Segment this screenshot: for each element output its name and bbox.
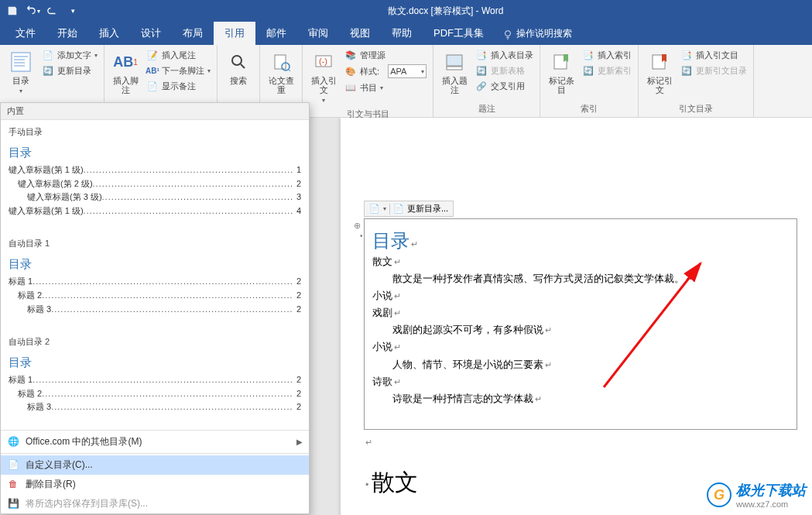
toc-preview-row: 标题 3....................................… xyxy=(9,400,301,414)
redo-icon[interactable] xyxy=(43,2,62,19)
insert-endnote-button[interactable]: 📝插入尾注 xyxy=(145,48,212,62)
mark-citation-button[interactable]: 标记引文 xyxy=(643,48,676,96)
group-citations: (-) 插入引文▾ 📚管理源 🎨样式: APA▾ 📖书目▾ 引文与书目 xyxy=(303,45,433,117)
insert-footnote-button[interactable]: AB1 插入脚注 xyxy=(109,48,142,96)
toc-heading: 目录 xyxy=(372,228,789,253)
show-notes-button[interactable]: 📄显示备注 xyxy=(145,79,212,93)
auto2-preview-heading: 目录 xyxy=(9,355,301,370)
caption-icon xyxy=(442,50,467,74)
gallery-auto-toc-1[interactable]: 自动目录 1 目录 标题 1..........................… xyxy=(1,232,309,330)
manual-toc-title: 手动目录 xyxy=(7,123,303,141)
insert-authorities-button[interactable]: 📑插入引文目 xyxy=(679,48,749,62)
watermark-logo-icon: G xyxy=(707,482,731,507)
svg-rect-1 xyxy=(12,53,30,71)
gallery-manual-toc[interactable]: 手动目录 目录 键入章标题(第 1 级)....................… xyxy=(1,120,309,232)
bibliography-button[interactable]: 📖书目▾ xyxy=(343,81,428,94)
insert-table-of-figures-button[interactable]: 📑插入表目录 xyxy=(474,48,535,62)
search-button[interactable]: 搜索 xyxy=(222,48,255,87)
toc-preview-row: 标题 2....................................… xyxy=(9,289,301,303)
menu-help[interactable]: 帮助 xyxy=(381,22,423,45)
toc-entry[interactable]: 小说 xyxy=(372,287,789,304)
dropdown-builtin-header: 内置 xyxy=(1,103,309,120)
undo-icon[interactable]: ▾ xyxy=(23,2,42,19)
update-index-button: 🔄更新索引 xyxy=(581,64,633,77)
menu-layout[interactable]: 布局 xyxy=(172,22,214,45)
menu-view[interactable]: 视图 xyxy=(339,22,381,45)
update-authorities-button: 🔄更新引文目录 xyxy=(679,64,749,77)
office-more-toc[interactable]: 🌐 Office.com 中的其他目录(M) ▶ xyxy=(1,432,309,451)
show-notes-icon: 📄 xyxy=(146,80,159,92)
svg-point-0 xyxy=(505,30,511,36)
insert-caption-button[interactable]: 插入题注 xyxy=(438,48,471,96)
add-text-button[interactable]: 📄添加文字▾ xyxy=(40,48,99,62)
watermark-brand: 极光下载站 xyxy=(736,482,806,498)
menu-home[interactable]: 开始 xyxy=(46,22,88,45)
footnote-icon: AB1 xyxy=(113,50,138,74)
next-footnote-icon: AB¹ xyxy=(146,64,159,77)
gallery-auto-toc-2[interactable]: 自动目录 2 目录 标题 1..........................… xyxy=(1,330,309,428)
paper-check-button[interactable]: 论文查重 xyxy=(265,48,297,96)
svg-rect-8 xyxy=(447,67,462,70)
toc-entry[interactable]: 人物、情节、环境是小说的三要素 xyxy=(372,356,789,373)
menu-mailings[interactable]: 邮件 xyxy=(255,22,297,45)
paper-check-icon xyxy=(269,50,293,74)
toc-entry[interactable]: 戏剧的起源实不可考，有多种假说 xyxy=(372,321,789,338)
anchor-icon: ⊕ xyxy=(354,221,361,231)
remove-toc[interactable]: 🗑 删除目录(R) xyxy=(1,475,309,494)
group-index-label: 索引 xyxy=(543,102,635,115)
tell-me-search[interactable]: 操作说明搜索 xyxy=(495,22,580,45)
next-footnote-button[interactable]: AB¹下一条脚注▾ xyxy=(145,64,212,77)
toc-preview-row: 键入章标题(第 1 级)............................… xyxy=(9,163,301,177)
toc-entry[interactable]: 小说 xyxy=(372,338,789,355)
watermark: G 极光下载站 www.xz7.com xyxy=(707,481,806,509)
toc-preview-row: 标题 2....................................… xyxy=(9,387,301,401)
toc-field-handle[interactable]: 📄▾ 📄 更新目录... xyxy=(364,201,454,217)
document-page[interactable]: 📄▾ 📄 更新目录... ⊕ • 目录 散文散文是一种抒发作者真情实感、写作方式… xyxy=(341,118,812,515)
auto1-title: 自动目录 1 xyxy=(7,235,303,252)
tell-me-label: 操作说明搜索 xyxy=(516,27,572,40)
toc-entry[interactable]: 戏剧 xyxy=(372,304,789,321)
save-icon[interactable] xyxy=(3,2,22,19)
custom-toc-icon: 📄 xyxy=(7,458,19,471)
menu-pdf[interactable]: PDF工具集 xyxy=(423,22,495,45)
search-icon xyxy=(226,50,251,74)
cross-reference-button[interactable]: 🔗交叉引用 xyxy=(474,79,535,93)
ins-auth-icon: 📑 xyxy=(680,49,693,61)
add-text-icon: 📄 xyxy=(42,49,54,61)
toc-entry[interactable]: 散文是一种抒发作者真情实感、写作方式灵活的记叙类文学体裁。 xyxy=(372,270,789,287)
menu-design[interactable]: 设计 xyxy=(130,22,172,45)
manage-sources-button[interactable]: 📚管理源 xyxy=(343,48,428,62)
toc-entry[interactable]: 诗歌是一种抒情言志的文学体裁 xyxy=(372,390,789,407)
mark-citation-icon xyxy=(647,50,672,74)
mark-entry-button[interactable]: 标记条目 xyxy=(545,48,577,96)
endnote-icon: 📝 xyxy=(146,49,159,61)
toc-preview-row: 标题 1....................................… xyxy=(9,373,301,387)
menu-references[interactable]: 引用 xyxy=(214,22,255,45)
insert-index-button[interactable]: 📑插入索引 xyxy=(581,48,633,62)
toc-entry[interactable]: 散文 xyxy=(372,253,789,270)
citation-style-select[interactable]: 🎨样式: APA▾ xyxy=(343,64,428,79)
group-authorities-label: 引文目录 xyxy=(642,102,750,115)
menu-insert[interactable]: 插入 xyxy=(88,22,130,45)
remove-toc-icon: 🗑 xyxy=(7,478,19,490)
update-toc-button[interactable]: 🔄更新目录 xyxy=(40,64,99,77)
titlebar: ▾ ▾ 散文.docx [兼容模式] - Word xyxy=(0,0,812,22)
toc-gallery-dropdown: 内置 手动目录 目录 键入章标题(第 1 级).................… xyxy=(0,102,310,514)
menu-review[interactable]: 审阅 xyxy=(297,22,339,45)
manual-preview-heading: 目录 xyxy=(9,146,301,160)
insert-citation-button[interactable]: (-) 插入引文▾ xyxy=(307,48,340,106)
custom-toc[interactable]: 📄 自定义目录(C)... xyxy=(1,455,309,475)
manage-sources-icon: 📚 xyxy=(344,49,357,61)
save-to-gallery: 💾 将所选内容保存到目录库(S)... xyxy=(1,494,309,513)
update-index-icon: 🔄 xyxy=(582,64,594,77)
menu-file[interactable]: 文件 xyxy=(5,22,46,45)
toc-preview-row: 标题 3....................................… xyxy=(9,303,301,317)
toc-button[interactable]: 目录▾ xyxy=(5,48,37,97)
group-captions-label: 题注 xyxy=(437,102,536,115)
para-dot: • xyxy=(360,232,363,240)
toc-update-label[interactable]: 更新目录... xyxy=(407,203,448,215)
insert-index-icon: 📑 xyxy=(582,49,594,61)
toc-field[interactable]: 📄▾ 📄 更新目录... ⊕ • 目录 散文散文是一种抒发作者真情实感、写作方式… xyxy=(364,218,797,430)
qat-customize-icon[interactable]: ▾ xyxy=(63,2,82,19)
toc-entry[interactable]: 诗歌 xyxy=(372,373,789,390)
